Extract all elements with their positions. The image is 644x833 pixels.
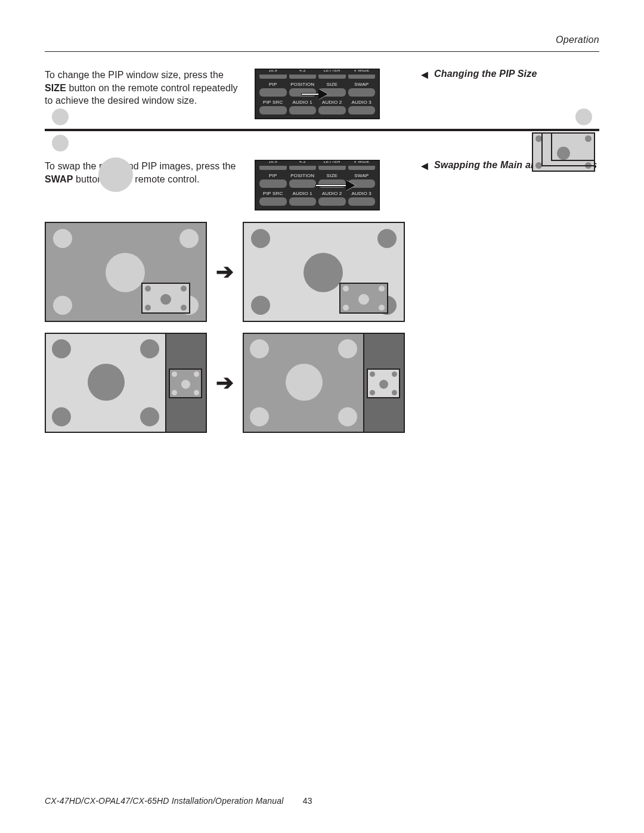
- remote-button: [348, 75, 376, 79]
- page-footer: CX-47HD/CX-OPAL47/CX-65HD Installation/O…: [45, 796, 312, 806]
- remote-button: [289, 75, 317, 79]
- remote-button: [348, 106, 376, 114]
- side-heading-1-text: Changing the PIP Size: [434, 69, 537, 79]
- remote-button: [318, 75, 346, 79]
- remote-label: AUDIO 3: [348, 100, 376, 105]
- s2-bold: SWAP: [45, 174, 73, 184]
- s1-bold: SIZE: [45, 83, 66, 93]
- section2-remote-col: 16:9 4:3 LETTER V WIDE PIP POSITION SIZE…: [255, 160, 389, 210]
- remote-illustration-1: 16:9 4:3 LETTER V WIDE PIP POSITION SIZE…: [255, 69, 389, 119]
- remote-body: 16:9 4:3 LETTER V WIDE PIP POSITION SIZE…: [255, 160, 380, 210]
- left-arrow-icon: ◄: [419, 160, 431, 172]
- remote-button: [318, 88, 346, 97]
- remote-label: AUDIO 3: [348, 191, 376, 196]
- remote-button: [259, 166, 287, 170]
- remote-label: AUDIO 1: [289, 191, 317, 196]
- header-rule: [45, 51, 599, 52]
- remote-button: [318, 197, 346, 206]
- page-header-section: Operation: [45, 35, 599, 45]
- remote-label: SIZE: [318, 82, 346, 87]
- remote-button: [259, 75, 287, 79]
- remote-button: [259, 88, 287, 97]
- remote-label: AUDIO 2: [318, 100, 346, 105]
- remote-label: SIZE: [318, 173, 346, 178]
- remote-illustration-2: 16:9 4:3 LETTER V WIDE PIP POSITION SIZE…: [255, 160, 389, 210]
- remote-button: [318, 179, 346, 188]
- section2-text: To swap the main and PIP images, press t…: [45, 160, 247, 210]
- remote-button: [289, 106, 317, 114]
- left-arrow-icon: ◄: [419, 69, 431, 80]
- swap-illustration-grid: ➔: [45, 221, 599, 433]
- remote-button: [318, 106, 346, 114]
- s2-text-b: button on the remote control.: [73, 174, 200, 184]
- remote-button: [289, 179, 317, 188]
- remote-label: PIP: [259, 173, 287, 178]
- section1-text: To change the PIP window size, press the…: [45, 69, 247, 119]
- s1-text-b: button on the remote control repeatedly …: [45, 83, 238, 106]
- remote-label: PIP SRC: [259, 100, 287, 105]
- remote-label: SWAP: [348, 82, 376, 87]
- remote-label: AUDIO 2: [318, 191, 346, 196]
- tv-before-1: [45, 222, 207, 322]
- remote-row-mid: PIP POSITION SIZE SWAP: [259, 79, 375, 97]
- footer-manual-title: CX-47HD/CX-OPAL47/CX-65HD Installation/O…: [45, 796, 284, 806]
- footer-page-number: 43: [303, 796, 312, 806]
- right-arrow-icon: ➔: [207, 259, 243, 284]
- remote-label: POSITION: [289, 82, 317, 87]
- remote-row-bot: PIP SRC AUDIO 1 AUDIO 2 AUDIO 3: [259, 97, 375, 114]
- s1-text-a: To change the PIP window size, press the: [45, 70, 224, 80]
- s2-text-a: To swap the main and PIP images, press t…: [45, 161, 236, 171]
- remote-button: [259, 197, 287, 206]
- remote-button: [348, 88, 376, 97]
- tv-after-1: [243, 222, 405, 322]
- remote-button: [348, 166, 376, 170]
- remote-label: PIP: [259, 82, 287, 87]
- remote-button: [289, 88, 317, 97]
- remote-button: [289, 166, 317, 170]
- tv-after-2: [243, 333, 405, 433]
- remote-label: POSITION: [289, 173, 317, 178]
- right-arrow-icon: ➔: [207, 370, 243, 395]
- side-heading-1: ◄ Changing the PIP Size: [419, 69, 599, 80]
- remote-button: [259, 106, 287, 114]
- section-changing-pip-size: To change the PIP window size, press the…: [45, 69, 599, 119]
- section1-remote-col: 16:9 4:3 LETTER V WIDE PIP POSITION SIZE…: [255, 69, 389, 119]
- remote-label: AUDIO 1: [289, 100, 317, 105]
- remote-button: [348, 179, 376, 188]
- remote-label: PIP SRC: [259, 191, 287, 196]
- remote-button: [289, 197, 317, 206]
- remote-button: [259, 179, 287, 188]
- remote-row-top: 16:9 4:3 LETTER V WIDE: [259, 70, 375, 79]
- remote-button: [318, 166, 346, 170]
- tv-pip-size-illustration: [45, 129, 599, 131]
- remote-label: SWAP: [348, 173, 376, 178]
- remote-body: 16:9 4:3 LETTER V WIDE PIP POSITION SIZE…: [255, 69, 380, 119]
- tv-before-2: [45, 333, 207, 433]
- remote-button: [348, 197, 376, 206]
